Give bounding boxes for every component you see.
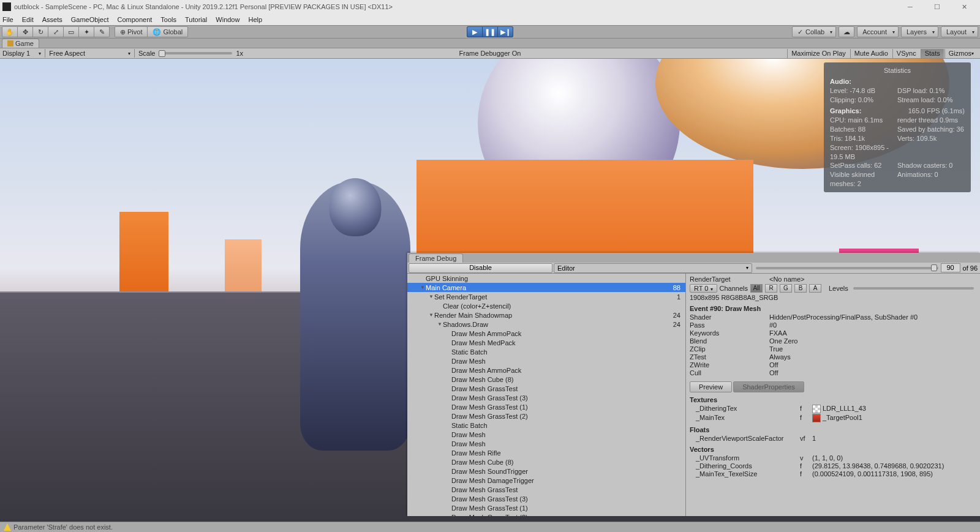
tree-row[interactable]: Draw Mesh Rifle	[407, 448, 685, 457]
tree-row[interactable]: Draw Mesh Cube (8)	[407, 457, 685, 466]
scale-slider[interactable]	[159, 52, 232, 54]
tree-row[interactable]: Draw Mesh Cube (8)	[407, 375, 685, 384]
game-opt-gizmos[interactable]: Gizmos ▾	[944, 49, 978, 58]
play-button[interactable]: ▶	[467, 26, 483, 37]
scene-box	[119, 212, 168, 291]
tree-row[interactable]: ▼Shadows.Draw24	[407, 320, 685, 329]
transform-tool[interactable]: ✦	[78, 26, 94, 37]
texture-row[interactable]: _MainTexf_TargetPool1	[690, 414, 976, 422]
tree-row[interactable]: Draw Mesh GrassTest (1)	[407, 503, 685, 512]
channels-label: Channels	[720, 285, 748, 292]
custom-tool[interactable]: ✎	[94, 26, 110, 37]
vectors-header: Vectors	[690, 446, 976, 453]
pause-button[interactable]: ❚❚	[482, 26, 498, 37]
scale-tool[interactable]: ⤢	[48, 26, 64, 37]
disable-button[interactable]: Disable	[409, 263, 552, 273]
tree-row[interactable]: Draw Mesh GrassTest (2)	[407, 411, 685, 421]
display-dropdown[interactable]: Display 1	[2, 50, 30, 57]
tree-row[interactable]: Draw Mesh AmmoPack	[407, 365, 685, 375]
tree-row[interactable]: Draw Mesh GrassTest (2)	[407, 512, 685, 516]
stats-title: Statistics	[830, 66, 965, 75]
layers-dropdown[interactable]: Layers	[901, 26, 938, 37]
tree-row[interactable]: ▼Main Camera88	[407, 283, 685, 292]
tree-row[interactable]: Draw Mesh MedPack	[407, 338, 685, 347]
channel-g[interactable]: G	[780, 284, 792, 293]
step-button[interactable]: ▶❙	[497, 26, 513, 37]
rotate-tool[interactable]: ↻	[32, 26, 48, 37]
maximize-button[interactable]: ☐	[924, 0, 951, 13]
tree-row[interactable]: Draw Mesh GrassTest	[407, 485, 685, 494]
statistics-overlay: Statistics Audio: Level: -74.8 dBDSP loa…	[824, 62, 971, 192]
game-opt-mute-audio[interactable]: Mute Audio	[850, 49, 892, 58]
menu-window[interactable]: Window	[216, 16, 239, 23]
game-opt-maximize-on-play[interactable]: Maximize On Play	[787, 49, 850, 58]
cloud-button[interactable]: ☁	[839, 26, 854, 37]
game-opt-vsync[interactable]: VSync	[892, 49, 920, 58]
levels-slider[interactable]	[853, 287, 974, 290]
tree-row[interactable]: Clear (color+Z+stencil)	[407, 301, 685, 310]
scene-character	[300, 181, 410, 451]
channel-all[interactable]: All	[750, 284, 763, 293]
shader-prop: CullOff	[690, 369, 976, 377]
rt-select[interactable]: RT 0 ▾	[690, 284, 717, 293]
close-button[interactable]: ✕	[951, 0, 978, 13]
event-number[interactable]: 90	[941, 263, 960, 272]
menu-help[interactable]: Help	[248, 16, 262, 23]
collab-dropdown[interactable]: ✓Collab	[792, 26, 836, 37]
tree-row[interactable]: Draw Mesh GrassTest (3)	[407, 494, 685, 503]
texture-row[interactable]: _DitheringTexfLDR_LLL1_43	[690, 405, 976, 413]
tree-row[interactable]: Static Batch	[407, 421, 685, 430]
tree-row[interactable]: Static Batch	[407, 347, 685, 356]
editor-dropdown[interactable]: Editor	[554, 263, 752, 273]
tree-row[interactable]: Draw Mesh	[407, 356, 685, 365]
menu-edit[interactable]: Edit	[22, 16, 34, 23]
channel-b[interactable]: B	[794, 284, 807, 293]
status-message: Parameter 'Strafe' does not exist.	[13, 523, 113, 531]
menu-assets[interactable]: Assets	[42, 16, 62, 23]
pivot-toggle[interactable]: ⊕Pivot	[115, 26, 148, 37]
frame-debug-tab[interactable]: Frame Debug	[409, 253, 463, 263]
game-toolbar: Display 1▾ Free Aspect▾ Scale 1x Frame D…	[0, 48, 980, 59]
tree-row[interactable]: Draw Mesh GrassTest	[407, 384, 685, 393]
channel-r[interactable]: R	[765, 284, 777, 293]
move-tool[interactable]: ✥	[17, 26, 33, 37]
game-opt-stats[interactable]: Stats	[921, 49, 944, 58]
tree-row[interactable]: Draw Mesh	[407, 430, 685, 439]
menu-gameobject[interactable]: GameObject	[71, 16, 109, 23]
menu-file[interactable]: File	[2, 16, 13, 23]
tree-row[interactable]: GPU Skinning	[407, 274, 685, 283]
tree-row[interactable]: Draw Mesh GrassTest (3)	[407, 393, 685, 402]
window-title: outblock - SampleScene - PC, Mac & Linux…	[14, 3, 897, 10]
menu-tools[interactable]: Tools	[160, 16, 176, 23]
global-toggle[interactable]: 🌐Global	[147, 26, 188, 37]
layout-dropdown[interactable]: Layout	[941, 26, 978, 37]
menu-tutorial[interactable]: Tutorial	[185, 16, 207, 23]
view-tabs: Game	[0, 39, 980, 48]
tree-row[interactable]: Draw Mesh DamageTrigger	[407, 476, 685, 485]
tree-row[interactable]: ▼Set RenderTarget1	[407, 292, 685, 301]
tree-row[interactable]: Draw Mesh	[407, 439, 685, 448]
floats-header: Floats	[690, 426, 976, 433]
hand-tool[interactable]: ✋	[2, 26, 18, 37]
tree-row[interactable]: Draw Mesh GrassTest (1)	[407, 402, 685, 411]
preview-tab[interactable]: Preview	[690, 381, 732, 392]
minimize-button[interactable]: ─	[897, 0, 924, 13]
draw-call-tree[interactable]: GPU Skinning▼Main Camera88▼Set RenderTar…	[407, 274, 686, 516]
menu-component[interactable]: Component	[117, 16, 152, 23]
tree-row[interactable]: Draw Mesh AmmoPack	[407, 329, 685, 338]
channel-a[interactable]: A	[809, 284, 821, 293]
aspect-dropdown[interactable]: Free Aspect	[49, 50, 85, 57]
shader-properties-tab[interactable]: ShaderProperties	[733, 381, 804, 392]
tree-row[interactable]: ▼Render Main Shadowmap24	[407, 310, 685, 320]
shader-prop: ZWriteOff	[690, 361, 976, 369]
transform-tools: ✋ ✥ ↻ ⤢ ▭ ✦ ✎	[2, 26, 110, 37]
game-tab[interactable]: Game	[2, 39, 39, 48]
tree-row[interactable]: Draw Mesh SoundTrigger	[407, 466, 685, 476]
event-slider[interactable]	[756, 267, 938, 269]
window-titlebar: outblock - SampleScene - PC, Mac & Linux…	[0, 0, 980, 13]
rect-tool[interactable]: ▭	[63, 26, 79, 37]
frame-debug-window: Frame Debug Disable Editor 90 of 96 GPU …	[407, 253, 980, 516]
status-bar: Parameter 'Strafe' does not exist.	[0, 522, 980, 532]
shader-prop: KeywordsFXAA	[690, 329, 976, 337]
account-dropdown[interactable]: Account	[857, 26, 899, 37]
